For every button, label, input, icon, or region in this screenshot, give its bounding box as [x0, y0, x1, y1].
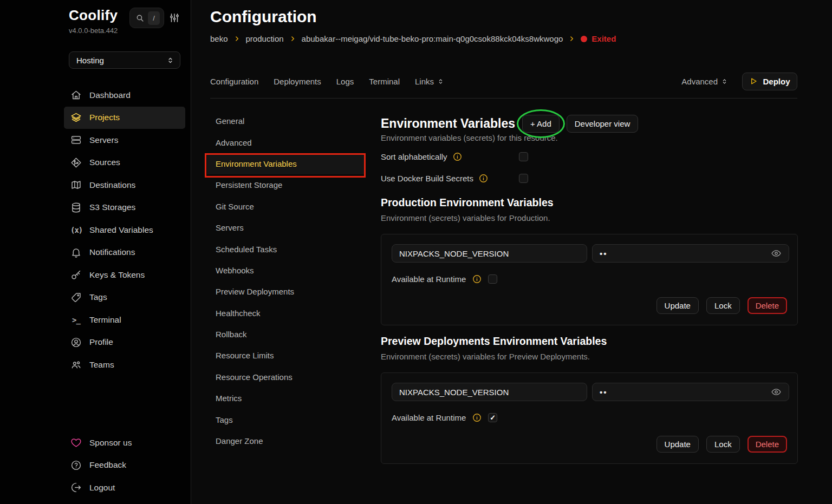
subnav-item-servers[interactable]: Servers: [207, 217, 365, 238]
sidebar-item-s3-storages[interactable]: S3 Storages: [64, 197, 185, 219]
sidebar-item-terminal[interactable]: >_ Terminal: [64, 309, 185, 331]
sidebar-item-tags[interactable]: Tags: [64, 286, 185, 309]
chevron-updown-icon: [437, 78, 444, 85]
subnav-item-scheduled-tasks[interactable]: Scheduled Tasks: [207, 238, 365, 259]
preview-env-subtitle: Environment (secrets) variables for Prev…: [381, 352, 590, 361]
layers-icon: [70, 112, 82, 123]
sidebar-item-sources[interactable]: Sources: [64, 152, 185, 174]
subnav-item-webhooks[interactable]: Webhooks: [207, 260, 365, 281]
sidebar-item-sponsor-us[interactable]: Sponsor us: [64, 431, 185, 454]
deployment-status: Exited: [581, 34, 616, 43]
sidebar-item-notifications[interactable]: Notifications: [64, 241, 185, 264]
git-diamond-icon: [70, 157, 82, 168]
sidebar-item-teams[interactable]: Teams: [64, 354, 185, 376]
status-label: Exited: [592, 34, 616, 43]
available-at-runtime-checkbox[interactable]: [488, 274, 497, 284]
update-button[interactable]: Update: [656, 436, 699, 453]
subnav-item-resource-limits[interactable]: Resource Limits: [207, 345, 365, 366]
home-icon: [70, 89, 82, 101]
app-logo[interactable]: Coolify: [69, 7, 118, 24]
sidebar: Coolify / v4.0.0-beta.442 Hosting Dashbo…: [0, 0, 191, 504]
subnav-item-metrics[interactable]: Metrics: [207, 388, 365, 409]
tab-terminal[interactable]: Terminal: [369, 77, 400, 86]
docker-build-secrets-checkbox[interactable]: [519, 174, 528, 183]
update-button[interactable]: Update: [656, 297, 699, 314]
subnav-item-resource-operations[interactable]: Resource Operations: [207, 366, 365, 388]
logout-arrow-icon: [70, 482, 82, 493]
question-circle-icon: [70, 460, 82, 471]
app-version: v4.0.0-beta.442: [69, 27, 118, 35]
subnav-item-preview-deployments[interactable]: Preview Deployments: [207, 281, 365, 302]
chevron-right-icon: [233, 35, 240, 42]
sidebar-item-servers[interactable]: Servers: [64, 129, 185, 152]
breadcrumb-project[interactable]: beko: [210, 34, 228, 43]
subnav-item-environment-variables[interactable]: Environment Variables: [207, 153, 365, 174]
tab-configuration[interactable]: Configuration: [210, 77, 258, 86]
coolify-app: Coolify / v4.0.0-beta.442 Hosting Dashbo…: [0, 0, 832, 504]
server-icon: [70, 134, 82, 146]
info-icon: [479, 174, 488, 183]
sidebar-item-projects[interactable]: Projects: [64, 107, 185, 129]
deploy-button[interactable]: Deploy: [742, 73, 797, 90]
subnav-item-advanced[interactable]: Advanced: [207, 132, 365, 153]
workspace-selected-value: Hosting: [76, 56, 104, 65]
subnav-item-general[interactable]: General: [207, 110, 365, 132]
eye-icon[interactable]: [771, 387, 782, 397]
available-at-runtime-row: Available at Runtime: [392, 413, 497, 422]
bell-icon: [70, 247, 82, 258]
advanced-dropdown[interactable]: Advanced: [681, 77, 728, 86]
terminal-prompt-icon: >_: [70, 316, 82, 324]
info-icon: [472, 413, 482, 422]
sidebar-item-logout[interactable]: Logout: [64, 476, 185, 499]
env-vars-title: Environment Variables: [381, 116, 515, 131]
sort-alphabetically-checkbox[interactable]: [519, 152, 528, 161]
breadcrumb-environment[interactable]: production: [246, 34, 284, 43]
tab-logs[interactable]: Logs: [336, 77, 354, 86]
resource-tabs: Configuration Deployments Logs Terminal …: [210, 72, 797, 90]
env-var-value-input[interactable]: ••: [592, 383, 789, 401]
search-icon: [135, 14, 145, 23]
tab-links-dropdown[interactable]: Links: [415, 77, 444, 86]
settings-sliders-button[interactable]: [168, 12, 180, 24]
subnav-item-tags[interactable]: Tags: [207, 409, 365, 430]
preview-env-var-card: NIXPACKS_NODE_VERSION •• Available at Ru…: [381, 372, 798, 464]
sidebar-item-feedback[interactable]: Feedback: [64, 454, 185, 477]
config-subnav: General Advanced Environment Variables P…: [207, 110, 365, 451]
delete-button[interactable]: Delete: [748, 297, 787, 314]
docker-build-secrets-row: Use Docker Build Secrets: [381, 172, 488, 184]
subnav-item-healthcheck[interactable]: Healthcheck: [207, 303, 365, 324]
tab-deployments[interactable]: Deployments: [274, 77, 321, 86]
lock-button[interactable]: Lock: [706, 297, 740, 314]
sliders-icon: [168, 12, 180, 24]
subnav-item-danger-zone[interactable]: Danger Zone: [207, 430, 365, 451]
search-button[interactable]: /: [129, 8, 164, 28]
subnav-item-persistent-storage[interactable]: Persistent Storage: [207, 174, 365, 195]
tabs-divider: [210, 98, 797, 99]
available-at-runtime-checkbox[interactable]: [488, 413, 497, 422]
search-shortcut-badge: /: [148, 11, 160, 25]
sidebar-item-shared-variables[interactable]: (x) Shared Variables: [64, 219, 185, 241]
eye-icon[interactable]: [771, 248, 782, 259]
subnav-item-git-source[interactable]: Git Source: [207, 196, 365, 217]
preview-env-title: Preview Deployments Environment Variable…: [381, 335, 607, 348]
sidebar-item-profile[interactable]: Profile: [64, 331, 185, 354]
sidebar-item-dashboard[interactable]: Dashboard: [64, 84, 185, 107]
sidebar-item-destinations[interactable]: Destinations: [64, 174, 185, 197]
lock-button[interactable]: Lock: [706, 436, 740, 453]
sidebar-nav: Dashboard Projects Servers Sources Desti…: [64, 84, 185, 376]
breadcrumb-resource[interactable]: abubakar--meigag/vid-tube-beko-pro:main-…: [302, 34, 563, 43]
env-var-value-input[interactable]: ••: [592, 244, 789, 263]
workspace-select[interactable]: Hosting: [69, 51, 180, 69]
developer-view-button[interactable]: Developer view: [567, 115, 639, 133]
env-var-key-input[interactable]: NIXPACKS_NODE_VERSION: [392, 383, 587, 401]
heart-icon: [70, 437, 82, 448]
sidebar-item-keys-tokens[interactable]: Keys & Tokens: [64, 264, 185, 286]
chevron-right-icon: [568, 35, 575, 42]
add-env-var-button[interactable]: + Add: [522, 115, 560, 133]
sort-alphabetically-row: Sort alphabetically: [381, 150, 462, 162]
env-vars-subtitle: Environment variables (secrets) for this…: [381, 133, 558, 142]
env-var-key-input[interactable]: NIXPACKS_NODE_VERSION: [392, 244, 587, 263]
tag-icon: [70, 292, 82, 303]
subnav-item-rollback[interactable]: Rollback: [207, 324, 365, 345]
delete-button[interactable]: Delete: [748, 436, 787, 453]
